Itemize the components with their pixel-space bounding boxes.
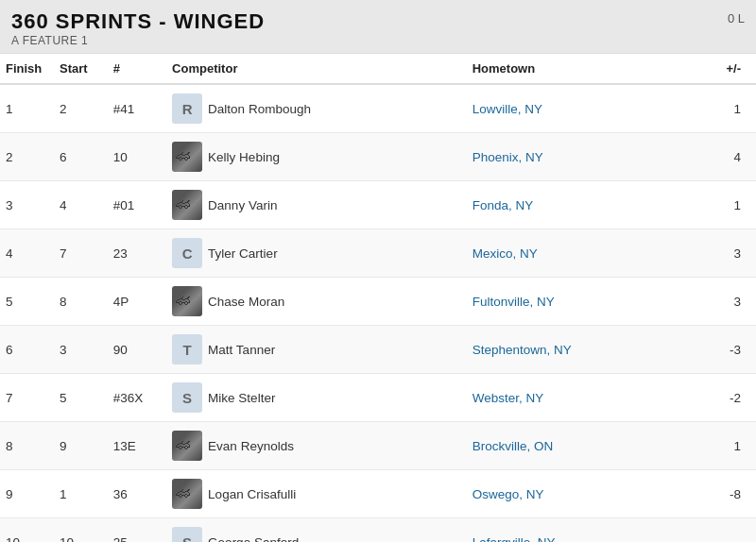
cell-hometown[interactable]: Fonda, NY [467, 181, 703, 229]
table-row: 2610Kelly HebingPhoenix, NY4 [0, 133, 756, 181]
cell-plusminus: 1 [702, 84, 756, 133]
hometown-link[interactable]: Phoenix, NY [472, 150, 543, 164]
avatar-car [172, 286, 202, 316]
col-header-competitor: Competitor [166, 54, 467, 84]
hometown-link[interactable]: Mexico, NY [472, 246, 538, 261]
avatar: C [172, 238, 202, 268]
cell-number: #41 [108, 84, 166, 133]
cell-hometown[interactable]: Fultonville, NY [467, 278, 703, 326]
avatar: S [172, 527, 202, 542]
hometown-link[interactable]: Fultonville, NY [472, 295, 555, 309]
avatar-car [172, 190, 202, 220]
cell-start: 2 [54, 84, 108, 133]
avatar-car [172, 479, 202, 509]
cell-plusminus: 3 [702, 278, 756, 326]
cell-plusminus: 3 [702, 229, 756, 278]
avatar: R [172, 93, 202, 124]
cell-finish: 5 [0, 278, 54, 326]
cell-hometown[interactable]: Oswego, NY [467, 470, 703, 518]
cell-competitor: Evan Reynolds [166, 422, 467, 470]
cell-number: 90 [108, 326, 166, 374]
hometown-link[interactable]: Webster, NY [472, 391, 544, 405]
cell-plusminus: -8 [702, 470, 756, 518]
cell-start: 3 [54, 326, 108, 374]
competitor-name: Danny Varin [208, 198, 277, 212]
cell-hometown[interactable]: Phoenix, NY [467, 133, 703, 181]
hometown-link[interactable]: Lafargville, NY [472, 535, 556, 542]
table-row: 75#36XSMike StelterWebster, NY-2 [0, 374, 756, 422]
table-row: 6390TMatt TannerStephentown, NY-3 [0, 326, 756, 374]
hometown-link[interactable]: Oswego, NY [472, 487, 544, 501]
table-header-row: Finish Start # Competitor Hometown +/- [0, 54, 756, 84]
cell-hometown[interactable]: Brockville, ON [467, 422, 703, 470]
cell-competitor: TMatt Tanner [166, 326, 467, 374]
table-row: 101025SGeorge SanfordLafargville, NY- [0, 518, 756, 542]
table-row: 9136Logan CrisafulliOswego, NY-8 [0, 470, 756, 518]
cell-number: #36X [108, 374, 166, 422]
cell-plusminus: 4 [702, 133, 756, 181]
competitor-name: George Sanford [208, 535, 299, 542]
cell-finish: 3 [0, 181, 54, 229]
cell-finish: 9 [0, 470, 54, 518]
cell-hometown[interactable]: Lafargville, NY [467, 518, 703, 542]
cell-competitor: Logan Crisafulli [166, 470, 467, 518]
cell-start: 7 [54, 229, 108, 278]
competitor-name: Mike Stelter [208, 391, 275, 405]
table-row: 12#41RDalton RomboughLowville, NY1 [0, 84, 756, 133]
cell-hometown[interactable]: Mexico, NY [467, 229, 703, 278]
cell-number: #01 [108, 181, 166, 229]
hometown-link[interactable]: Lowville, NY [472, 102, 542, 116]
competitor-name: Kelly Hebing [208, 150, 280, 164]
page-header: 360 SPRINTS - WINGED A FEATURE 1 [0, 0, 756, 54]
cell-finish: 8 [0, 422, 54, 470]
cell-start: 4 [54, 181, 108, 229]
cell-hometown[interactable]: Lowville, NY [467, 84, 703, 133]
competitor-name: Chase Moran [208, 295, 284, 309]
cell-number: 36 [108, 470, 166, 518]
cell-number: 13E [108, 422, 166, 470]
cell-competitor: Chase Moran [166, 278, 467, 326]
cell-competitor: Kelly Hebing [166, 133, 467, 181]
competitor-name: Evan Reynolds [208, 439, 294, 453]
cell-plusminus: - [702, 518, 756, 542]
col-header-number: # [108, 54, 166, 84]
cell-start: 5 [54, 374, 108, 422]
hometown-link[interactable]: Stephentown, NY [472, 343, 572, 357]
cell-plusminus: -3 [702, 326, 756, 374]
cell-competitor: CTyler Cartier [166, 229, 467, 278]
cell-plusminus: -2 [702, 374, 756, 422]
page-wrapper: 360 SPRINTS - WINGED A FEATURE 1 0 L Fin… [0, 0, 756, 542]
table-row: 8913EEvan ReynoldsBrockville, ON1 [0, 422, 756, 470]
hometown-link[interactable]: Brockville, ON [472, 439, 554, 453]
table-row: 584PChase MoranFultonville, NY3 [0, 278, 756, 326]
competitor-name: Logan Crisafulli [208, 487, 296, 501]
cell-start: 1 [54, 470, 108, 518]
cell-finish: 1 [0, 84, 54, 133]
cell-hometown[interactable]: Webster, NY [467, 374, 703, 422]
cell-competitor: RDalton Rombough [166, 84, 467, 133]
competitor-name: Tyler Cartier [208, 246, 278, 261]
col-header-finish: Finish [0, 54, 54, 84]
hometown-link[interactable]: Fonda, NY [472, 198, 534, 212]
cell-start: 10 [54, 518, 108, 542]
results-table: Finish Start # Competitor Hometown +/- 1… [0, 54, 756, 542]
cell-plusminus: 1 [702, 422, 756, 470]
cell-number: 4P [108, 278, 166, 326]
cell-number: 25 [108, 518, 166, 542]
cell-plusminus: 1 [702, 181, 756, 229]
avatar-car [172, 431, 202, 461]
cell-hometown[interactable]: Stephentown, NY [467, 326, 703, 374]
cell-finish: 7 [0, 374, 54, 422]
cell-number: 10 [108, 133, 166, 181]
cell-competitor: SMike Stelter [166, 374, 467, 422]
cell-competitor: SGeorge Sanford [166, 518, 467, 542]
cell-competitor: Danny Varin [166, 181, 467, 229]
page-title: 360 SPRINTS - WINGED [11, 9, 745, 34]
col-header-start: Start [54, 54, 108, 84]
cell-finish: 10 [0, 518, 54, 542]
col-header-plusminus: +/- [702, 54, 756, 84]
competitor-name: Matt Tanner [208, 343, 275, 357]
avatar: S [172, 382, 202, 413]
cell-finish: 2 [0, 133, 54, 181]
cell-start: 6 [54, 133, 108, 181]
